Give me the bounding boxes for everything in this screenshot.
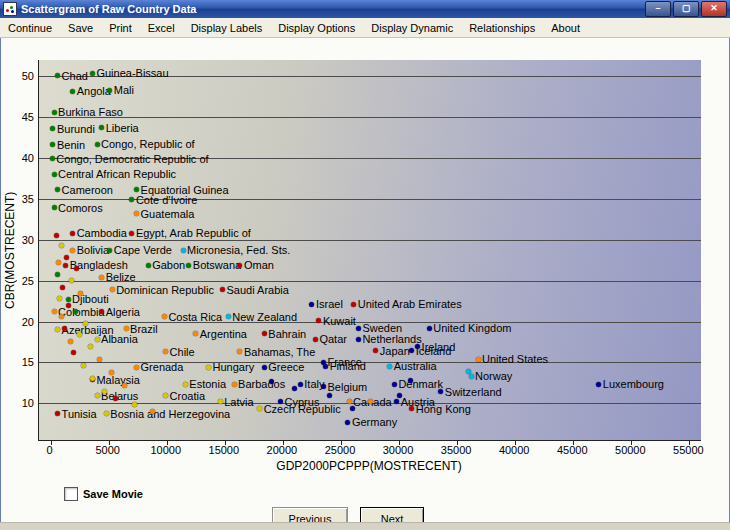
data-point (408, 378, 413, 383)
menu-item-display-labels[interactable]: Display Labels (183, 20, 271, 36)
data-point (55, 411, 60, 416)
data-point (70, 231, 75, 236)
close-button[interactable]: ✕ (701, 1, 727, 17)
data-point (409, 348, 414, 353)
country-label: United States (482, 354, 548, 365)
country-label: Albania (101, 334, 138, 345)
country-label: Micronesia, Fed. Sts. (187, 245, 290, 256)
data-point (90, 71, 95, 76)
data-point (321, 384, 326, 389)
x-axis-label: GDP2000PCPPP(MOSTRECENT) (38, 459, 700, 473)
data-point (102, 389, 107, 394)
country-label: Barbados (238, 379, 285, 390)
x-axis-ticks: 0500010000150002000025000300003500040000… (38, 444, 700, 458)
data-point (50, 126, 55, 131)
country-label: Belize (106, 272, 136, 283)
menu-item-display-dynamic[interactable]: Display Dynamic (363, 20, 461, 36)
x-tick-label: 40000 (499, 444, 530, 456)
data-point (55, 187, 60, 192)
country-label: Estonia (189, 379, 226, 390)
data-point (99, 125, 104, 130)
data-point (327, 393, 332, 398)
x-tick-label: 50000 (615, 444, 646, 456)
country-label: United Arab Emirates (358, 299, 462, 310)
country-label: Czech Republic (264, 403, 341, 414)
data-point (73, 309, 78, 314)
menu-item-relationships[interactable]: Relationships (461, 20, 543, 36)
data-point (262, 331, 267, 336)
x-tick-label: 10000 (150, 444, 181, 456)
country-label: Germany (352, 417, 397, 428)
data-point (107, 88, 112, 93)
data-point (69, 278, 74, 283)
country-label: Congo, Republic of (101, 139, 195, 150)
menu-item-about[interactable]: About (543, 20, 588, 36)
data-point (60, 285, 65, 290)
data-point (113, 396, 118, 401)
data-point (129, 197, 134, 202)
x-tick-label: 55000 (673, 444, 704, 456)
y-tick-label: 45 (22, 111, 34, 123)
country-label: Hungary (213, 362, 255, 373)
country-label: Liberia (106, 122, 139, 133)
menu-item-display-options[interactable]: Display Options (270, 20, 363, 36)
country-label: Chile (170, 346, 195, 357)
minimize-button[interactable]: – (645, 1, 671, 17)
country-label: Botswana (193, 260, 241, 271)
data-point (107, 248, 112, 253)
data-point (163, 349, 168, 354)
data-point (129, 231, 134, 236)
country-label: Hong Kong (416, 403, 471, 414)
data-point (356, 337, 361, 342)
menu-item-excel[interactable]: Excel (140, 20, 183, 36)
country-label: Switzerland (445, 386, 502, 397)
data-point (110, 287, 115, 292)
y-tick-label: 35 (22, 193, 34, 205)
x-tick-label: 45000 (557, 444, 588, 456)
y-axis-ticks: 101520253035404550 (14, 60, 35, 440)
y-tick-label: 40 (22, 152, 34, 164)
save-movie-checkbox[interactable] (64, 487, 78, 501)
data-point (438, 389, 443, 394)
data-point (309, 302, 314, 307)
y-tick-label: 50 (22, 70, 34, 82)
data-point (50, 156, 55, 161)
data-point (220, 287, 225, 292)
data-point (83, 321, 88, 326)
country-label: Bahamas, The (244, 346, 315, 357)
data-point (134, 211, 139, 216)
menu-bar: Continue Save Print Excel Display Labels… (0, 18, 730, 38)
country-label: Djibouti (72, 294, 109, 305)
country-label: Gabon (152, 260, 185, 271)
data-point (81, 363, 86, 368)
menu-item-continue[interactable]: Continue (0, 20, 60, 36)
country-label: Bosnia and Herzegovina (110, 408, 230, 419)
country-label: Latvia (224, 396, 253, 407)
country-label: Tunisia (62, 408, 97, 419)
country-label: Costa Rica (168, 311, 222, 322)
title-bar: Scattergram of Raw Country Data – ▢ ✕ (0, 0, 730, 18)
maximize-button[interactable]: ▢ (673, 1, 699, 17)
country-label: Bahrain (268, 328, 306, 339)
data-point (52, 205, 57, 210)
data-point (350, 406, 355, 411)
country-label: Croatia (170, 390, 205, 401)
menu-item-print[interactable]: Print (101, 20, 140, 36)
data-point (104, 411, 109, 416)
x-tick-label: 35000 (441, 444, 472, 456)
data-point (55, 327, 60, 332)
window-bottom-border (0, 522, 730, 530)
data-point (66, 303, 71, 308)
app-icon (3, 2, 17, 16)
menu-item-save[interactable]: Save (60, 20, 101, 36)
country-label: Egypt, Arab Republic of (136, 228, 251, 239)
window-title: Scattergram of Raw Country Data (21, 3, 645, 15)
data-point (469, 374, 474, 379)
country-label: Qatar (319, 334, 347, 345)
country-label: Belarus (101, 390, 138, 401)
country-label: Cambodia (77, 228, 127, 239)
data-point (206, 365, 211, 370)
data-point (134, 187, 139, 192)
country-label: Angola (77, 86, 111, 97)
save-movie-control: Save Movie (64, 487, 143, 501)
